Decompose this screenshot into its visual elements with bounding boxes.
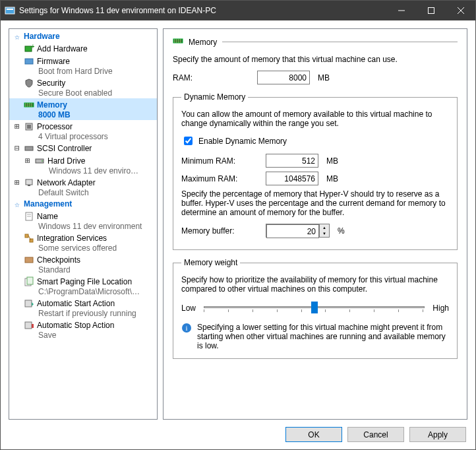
ram-label: RAM: [173, 73, 252, 82]
autostop-icon [24, 320, 34, 331]
cpu-icon [24, 121, 34, 132]
expand-icon[interactable]: ⊞ [24, 156, 32, 165]
max-ram-unit: MB [326, 174, 338, 183]
tree-item-label: Memory [37, 100, 67, 110]
tree-item-integration[interactable]: Integration Services Some services offer… [9, 232, 157, 253]
network-icon [24, 177, 34, 188]
max-ram-input[interactable] [266, 172, 318, 185]
svg-rect-1 [7, 9, 13, 10]
titlebar: Settings for Windows 11 dev environment … [1, 1, 475, 20]
tree-item-autostart[interactable]: Automatic Start Action Restart if previo… [9, 297, 157, 319]
svg-rect-3 [428, 8, 434, 14]
svg-text:+: + [31, 44, 34, 50]
buffer-input[interactable] [266, 224, 319, 238]
cancel-button[interactable]: Cancel [347, 427, 404, 442]
tree-item-paging[interactable]: Smart Paging File Location C:\ProgramDat… [9, 275, 157, 297]
tree-item-sub: 8000 MB [24, 110, 142, 119]
integration-icon [24, 233, 34, 243]
svg-rect-16 [25, 146, 33, 150]
tree-item-firmware[interactable]: Firmware Boot from Hard Drive [9, 55, 157, 77]
svg-text:i: i [185, 324, 187, 332]
tree-item-scsi[interactable]: ⊟ SCSI Controller [9, 142, 157, 154]
memory-icon [24, 100, 34, 110]
tree-item-sub: Default Switch [13, 188, 132, 197]
expand-icon[interactable]: ⊞ [13, 122, 21, 131]
buffer-spinner[interactable]: ▲ ▼ [266, 224, 330, 238]
tree-item-label: Add Hardware [37, 44, 88, 53]
firmware-icon [24, 56, 34, 67]
memory-weight-legend: Memory weight [181, 258, 240, 267]
collapse-icon: ☆ [13, 200, 21, 209]
close-button[interactable] [446, 1, 475, 20]
ram-unit: MB [318, 73, 330, 82]
spinner-up-icon[interactable]: ▲ [320, 224, 329, 231]
paging-icon [24, 276, 34, 287]
tree-item-autostop[interactable]: Automatic Stop Action Save [9, 319, 157, 340]
max-ram-label: Maximum RAM: [181, 174, 260, 183]
buffer-unit: % [338, 226, 345, 236]
collapse-icon[interactable]: ⊟ [13, 144, 21, 152]
apply-button[interactable]: Apply [409, 427, 466, 442]
dialog-button-bar: OK Cancel Apply [1, 420, 475, 449]
min-ram-unit: MB [326, 156, 338, 166]
tree-item-hard-drive[interactable]: ⊞ Hard Drive Windows 11 dev environment.… [9, 154, 157, 176]
tree-item-checkpoints[interactable]: Checkpoints Standard [9, 253, 157, 275]
tree-item-security[interactable]: Security Secure Boot enabled [9, 77, 157, 98]
buffer-label: Memory buffer: [181, 226, 260, 236]
tree-item-sub: Restart if previously running [24, 309, 142, 318]
shield-icon [24, 78, 34, 88]
svg-rect-0 [5, 7, 15, 14]
tree-item-processor[interactable]: ⊞ Processor 4 Virtual processors [9, 120, 157, 142]
settings-content: Memory Specify the amount of memory that… [163, 28, 467, 420]
buffer-intro-text: Specify the percentage of memory that Hy… [181, 189, 449, 217]
settings-tree[interactable]: ☆ Hardware + Add Hardware Firmware Boot … [9, 28, 158, 420]
tree-item-label: Checkpoints [37, 255, 80, 265]
expand-icon[interactable]: ⊞ [13, 178, 21, 187]
slider-low-label: Low [181, 304, 196, 313]
svg-rect-24 [25, 234, 28, 238]
ok-button[interactable]: OK [285, 427, 342, 442]
slider-thumb[interactable] [311, 302, 318, 313]
tree-item-sub: Boot from Hard Drive [24, 67, 142, 76]
svg-rect-27 [25, 257, 33, 263]
min-ram-input[interactable] [266, 154, 318, 168]
tree-item-label: Integration Services [37, 234, 107, 243]
memory-icon [173, 36, 183, 48]
tree-section-management[interactable]: ☆ Management [9, 198, 157, 210]
ram-input[interactable] [257, 71, 310, 84]
tree-item-sub: 4 Virtual processors [13, 132, 132, 141]
svg-rect-30 [25, 300, 32, 307]
tree-item-sub: Windows 11 dev environment.... [24, 166, 142, 176]
spinner-down-icon[interactable]: ▼ [320, 231, 329, 238]
tree-item-name[interactable]: Name Windows 11 dev environment [9, 210, 157, 232]
name-icon [24, 211, 34, 222]
controller-icon [24, 143, 34, 154]
section-title: Memory [189, 38, 217, 47]
minimize-button[interactable] [386, 1, 416, 20]
memory-weight-group: Memory weight Specify how to prioritize … [173, 258, 458, 359]
tree-item-label: Name [37, 212, 58, 221]
enable-dynamic-memory-label: Enable Dynamic Memory [198, 137, 287, 146]
tree-item-sub: Standard [24, 265, 142, 274]
tree-item-label: Firmware [37, 57, 70, 66]
slider-high-label: High [432, 304, 449, 313]
dynamic-memory-legend: Dynamic Memory [181, 92, 248, 102]
tree-item-label: Hard Drive [47, 156, 85, 166]
checkpoints-icon [24, 255, 34, 265]
memory-weight-slider[interactable] [204, 300, 425, 316]
tree-item-add-hardware[interactable]: + Add Hardware [9, 42, 157, 55]
tree-item-network[interactable]: ⊞ Network Adapter Default Switch [9, 176, 157, 198]
enable-dynamic-memory-checkbox[interactable] [184, 137, 193, 145]
tree-item-memory[interactable]: Memory 8000 MB [9, 98, 157, 120]
tree-section-label: Hardware [24, 32, 60, 41]
memory-weight-info-text: Specifying a lower setting for this virt… [197, 323, 449, 350]
maximize-button[interactable] [416, 1, 446, 20]
collapse-icon: ☆ [13, 32, 21, 41]
tree-item-label: Automatic Stop Action [37, 321, 114, 330]
tree-section-hardware[interactable]: ☆ Hardware [9, 30, 157, 42]
tree-item-label: Security [37, 79, 65, 88]
tree-item-label: Network Adapter [37, 178, 96, 187]
hard-drive-icon [34, 156, 45, 166]
memory-intro-text: Specify the amount of memory that this v… [173, 55, 458, 64]
memory-weight-intro: Specify how to prioritize the availabili… [181, 275, 449, 294]
